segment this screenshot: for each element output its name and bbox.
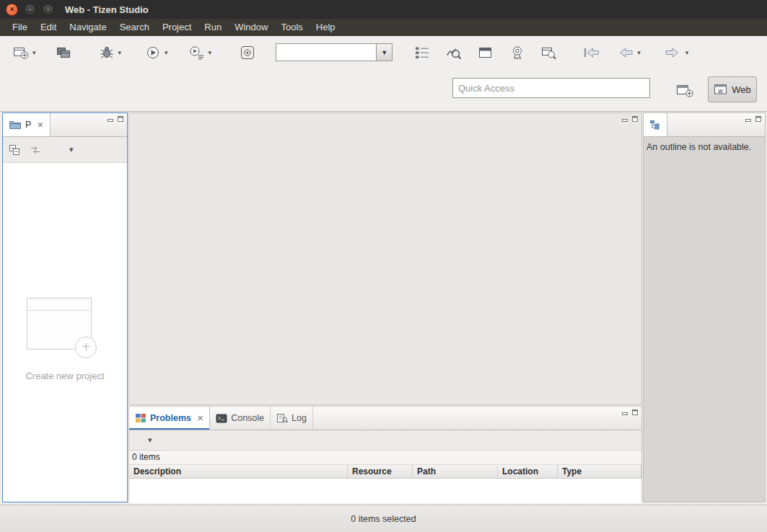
new-project-button[interactable]: ▾ [10,41,38,64]
run-button[interactable]: ▾ [142,41,170,64]
project-explorer-tab-label: P [25,120,31,130]
menu-help[interactable]: Help [310,19,342,36]
new-project-icon [12,45,30,60]
problems-table-body[interactable] [129,479,641,503]
debug-bug-icon [98,45,115,60]
tab-project-explorer[interactable]: P ✕ [3,113,51,136]
console-tab-label: Console [231,413,264,423]
web-perspective-button[interactable]: w Web [708,76,757,102]
problems-items-count: 0 items [129,451,641,464]
problems-filter-dropdown[interactable]: ▾ [148,435,152,445]
certificate-badge-icon [509,45,526,60]
tab-problems[interactable]: Problems ✕ [129,407,210,430]
open-perspective-icon [675,82,694,98]
build-package-button[interactable] [53,41,74,64]
menu-edit[interactable]: Edit [34,19,63,36]
column-location[interactable]: Location [498,465,558,478]
log-tab-label: Log [292,413,307,423]
window-maximize-button[interactable]: ▫ [42,4,54,16]
problems-icon [135,413,146,423]
outline-icon [649,120,661,130]
window-close-button[interactable]: ✕ [6,4,18,16]
tizen-studio-window: ✕ − ▫ Web - Tizen Studio File Edit Navig… [0,0,767,532]
web-console-button[interactable] [475,41,496,64]
chart-magnifier-icon [445,45,463,60]
maximize-bottom-panel-icon[interactable] [631,409,639,416]
project-explorer-tabbar: P ✕ [3,113,127,137]
back-arrow-icon [615,46,634,59]
hierarchy-list-button[interactable] [411,41,433,64]
debug-dropdown-chevron[interactable]: ▾ [118,49,122,56]
back-to-last-edit-icon [582,46,601,59]
back-history-chevron[interactable]: ▾ [637,49,641,56]
console-window-icon [477,45,494,60]
bottom-views-panel: Problems ✕ Console Log ▾ 0 [128,406,642,502]
outline-empty-message: An outline is not available. [644,137,765,157]
maximize-outline-icon[interactable] [755,115,762,123]
column-type[interactable]: Type [558,465,641,478]
tab-console[interactable]: Console [210,407,271,430]
column-description[interactable]: Description [129,465,348,478]
view-menu-chevron[interactable]: ▾ [69,145,74,154]
run-play-icon [144,45,162,60]
run-dropdown-chevron[interactable]: ▾ [165,49,168,56]
debug-button[interactable]: ▾ [96,41,124,64]
maximize-view-icon[interactable] [117,115,124,123]
collapse-all-icon[interactable] [9,144,20,156]
create-new-project-label[interactable]: Create new project [3,371,127,381]
new-project-plus-icon[interactable]: + [75,337,97,358]
project-explorer-content: + Create new project [3,163,127,502]
device-manager-button[interactable] [538,41,560,64]
tab-log[interactable]: Log [271,407,313,430]
emulator-target-button[interactable] [237,41,258,64]
menu-run[interactable]: Run [198,19,228,36]
new-project-dropdown-chevron[interactable]: ▾ [32,49,36,56]
editor-area[interactable] [128,112,642,405]
back-button[interactable]: ▾ [613,41,643,64]
problems-tab-label: Problems [150,413,191,423]
device-combo-dropdown-button[interactable]: ▼ [377,43,393,61]
link-with-editor-icon[interactable] [29,145,42,155]
outline-panel: An outline is not available. [643,112,766,502]
problems-toolbar: ▾ [129,430,641,451]
device-search-icon [540,45,558,60]
menu-window[interactable]: Window [228,19,274,36]
menu-navigate[interactable]: Navigate [63,19,113,36]
menu-project[interactable]: Project [156,19,198,36]
certificate-manager-button[interactable] [507,41,528,64]
menu-file[interactable]: File [6,19,34,36]
statusbar: 0 items selected [0,505,767,532]
web-perspective-icon-letter: w [718,87,724,94]
minimize-editor-icon[interactable] [621,115,628,123]
project-folder-icon [9,120,22,130]
forward-history-chevron[interactable]: ▾ [685,49,689,56]
project-explorer-close-icon[interactable]: ✕ [37,120,43,130]
minimize-view-icon[interactable] [107,115,114,123]
quick-access-input[interactable] [452,78,650,98]
back-to-last-edit-button[interactable] [580,41,603,64]
dynamic-analyzer-button[interactable] [443,41,465,64]
menu-search[interactable]: Search [113,19,156,36]
connection-device-combo: ▼ [276,43,393,61]
outline-tabbar [644,113,765,137]
minimize-outline-icon[interactable] [745,115,752,123]
hierarchy-list-icon [413,45,431,60]
problems-tab-close-icon[interactable]: ✕ [197,414,203,423]
profile-dropdown-chevron[interactable]: ▾ [209,49,212,56]
forward-button[interactable]: ▾ [662,41,691,64]
profile-button[interactable]: ▾ [186,41,214,64]
console-icon [216,414,227,423]
column-path[interactable]: Path [413,465,498,478]
device-combo-input[interactable] [276,43,377,61]
secondary-toolbar: w Web [0,68,767,112]
tab-outline[interactable] [644,113,667,136]
open-perspective-button[interactable] [673,79,696,101]
column-resource[interactable]: Resource [348,465,413,478]
minimize-bottom-panel-icon[interactable] [621,409,628,416]
web-perspective-label: Web [732,84,751,95]
problems-table-header: Description Resource Path Location Type [129,464,641,479]
window-minimize-button[interactable]: − [24,4,36,16]
maximize-editor-icon[interactable] [631,115,639,123]
menu-tools[interactable]: Tools [274,19,309,36]
profile-icon [188,45,206,60]
